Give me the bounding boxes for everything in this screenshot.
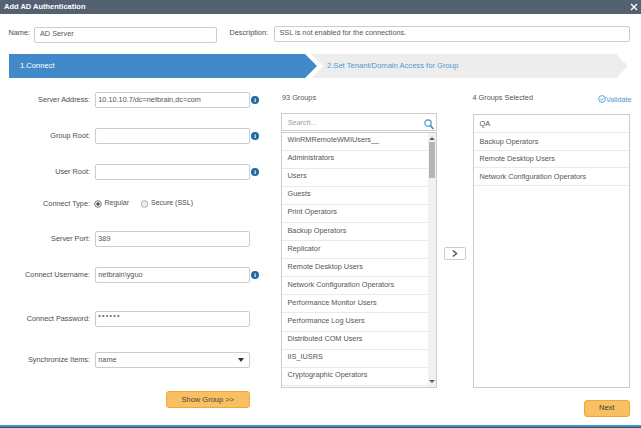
svg-text:1.Connect: 1.Connect xyxy=(20,61,56,70)
svg-text:2.Set Tenant/Domain Access for: 2.Set Tenant/Domain Access for Group xyxy=(327,61,458,70)
